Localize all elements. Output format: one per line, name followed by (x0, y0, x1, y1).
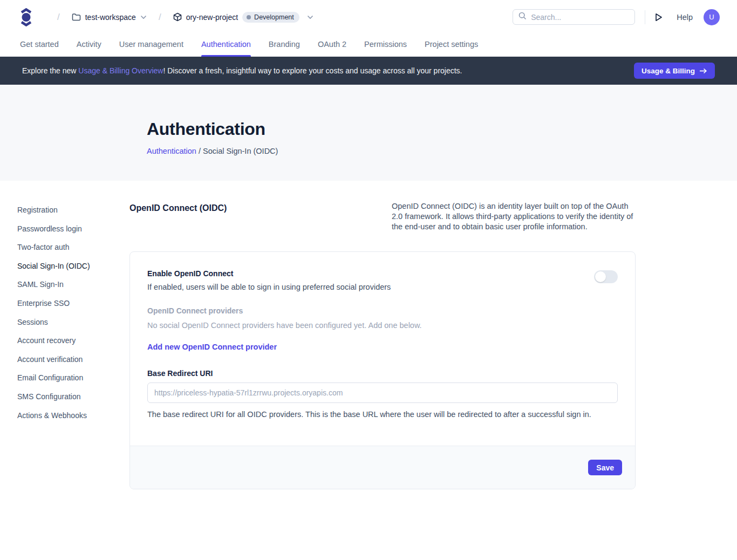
arrow-right-icon (699, 68, 707, 74)
sidebar-item-two-factor-auth[interactable]: Two-factor auth (17, 238, 129, 256)
base-redirect-uri-help: The base redirect URI for all OIDC provi… (147, 410, 618, 419)
settings-sidenav: Registration Passwordless login Two-fact… (0, 201, 129, 489)
providers-label: OpenID Connect providers (147, 306, 618, 315)
main-panel: OpenID Connect (OIDC) OpenID Connect (OI… (129, 201, 636, 489)
section-title: OpenID Connect (OIDC) (129, 201, 227, 213)
base-redirect-uri-section: Base Redirect URI The base redirect URI … (147, 369, 618, 419)
enable-oidc-description: If enabled, users will be able to sign i… (147, 283, 391, 291)
project-selector[interactable]: ory-new-project Development (173, 12, 313, 23)
sidebar-item-registration[interactable]: Registration (17, 201, 129, 218)
chevron-down-icon (307, 15, 313, 19)
base-redirect-uri-input[interactable] (147, 383, 618, 403)
breadcrumb-separator: / (199, 147, 203, 155)
breadcrumb-current: Social Sign-In (OIDC) (203, 147, 278, 155)
project-nav-tabs: Get started Activity User management Aut… (0, 34, 737, 57)
content-area: Registration Passwordless login Two-fact… (0, 181, 737, 489)
environment-dot-icon (247, 15, 251, 19)
tab-project-settings[interactable]: Project settings (425, 34, 478, 57)
toggle-knob (595, 271, 606, 282)
sidebar-item-saml-sign-in[interactable]: SAML Sign-In (17, 276, 129, 293)
breadcrumb-separator: / (159, 12, 161, 23)
folder-icon (72, 13, 81, 21)
chevron-down-icon (140, 15, 147, 19)
card-body: Enable OpenID Connect If enabled, users … (130, 252, 635, 446)
banner-text: Explore the new Usage & Billing Overview… (22, 66, 462, 75)
card-footer: Save (130, 446, 635, 489)
breadcrumb: Authentication / Social Sign-In (OIDC) (147, 147, 737, 155)
breadcrumb-authentication-link[interactable]: Authentication (147, 147, 196, 155)
workspace-name: test-workspace (85, 13, 136, 22)
enable-oidc-toggle[interactable] (594, 270, 618, 283)
breadcrumb-separator: / (57, 12, 60, 23)
project-name: ory-new-project (186, 13, 238, 22)
tab-authentication[interactable]: Authentication (201, 34, 251, 57)
usage-billing-overview-link[interactable]: Usage & Billing Overview (78, 66, 163, 75)
enable-oidc-row: Enable OpenID Connect If enabled, users … (147, 269, 618, 291)
providers-empty-state: No social OpenID Connect providers have … (147, 321, 618, 330)
page-hero: Authentication Authentication / Social S… (0, 85, 737, 181)
tab-oauth2[interactable]: OAuth 2 (318, 34, 346, 57)
sidebar-item-sms-configuration[interactable]: SMS Configuration (17, 388, 129, 405)
help-link[interactable]: Help (677, 13, 693, 22)
enable-oidc-label: Enable OpenID Connect (147, 269, 391, 278)
search-input[interactable] (531, 13, 629, 22)
search-icon (518, 12, 527, 22)
ory-logo[interactable] (19, 8, 33, 26)
enable-oidc-text: Enable OpenID Connect If enabled, users … (147, 269, 391, 291)
usage-billing-button[interactable]: Usage & Billing (634, 63, 715, 79)
tab-user-management[interactable]: User management (119, 34, 183, 57)
cube-icon (173, 12, 182, 22)
sidebar-item-email-configuration[interactable]: Email Configuration (17, 369, 129, 386)
sidebar-item-account-recovery[interactable]: Account recovery (17, 332, 129, 349)
environment-label: Development (254, 13, 294, 21)
search-box[interactable] (513, 9, 635, 25)
tab-activity[interactable]: Activity (77, 34, 101, 57)
sidebar-item-passwordless-login[interactable]: Passwordless login (17, 220, 129, 237)
sidebar-item-social-sign-in[interactable]: Social Sign-In (OIDC) (17, 257, 129, 275)
ory-logo-icon (19, 8, 33, 26)
save-button[interactable]: Save (588, 460, 622, 475)
tab-get-started[interactable]: Get started (20, 34, 59, 57)
sidebar-item-account-verification[interactable]: Account verification (17, 351, 129, 368)
announcement-banner: Explore the new Usage & Billing Overview… (0, 57, 737, 85)
environment-badge: Development (242, 12, 299, 23)
avatar[interactable]: U (704, 9, 720, 25)
workspace-selector[interactable]: test-workspace (72, 13, 147, 22)
sidebar-item-enterprise-sso[interactable]: Enterprise SSO (17, 295, 129, 312)
top-header: / test-workspace / ory-new-project Devel… (0, 0, 737, 34)
add-provider-link[interactable]: Add new OpenID Connect provider (147, 343, 277, 351)
section-header: OpenID Connect (OIDC) OpenID Connect (OI… (129, 201, 636, 232)
sidebar-item-actions-webhooks[interactable]: Actions & Webhooks (17, 407, 129, 424)
page-title: Authentication (147, 119, 737, 139)
avatar-initial: U (709, 13, 714, 21)
sidebar-item-sessions[interactable]: Sessions (17, 313, 129, 331)
tab-branding[interactable]: Branding (269, 34, 300, 57)
header-divider (645, 10, 645, 24)
tab-permissions[interactable]: Permissions (364, 34, 407, 57)
base-redirect-uri-label: Base Redirect URI (147, 369, 618, 378)
oidc-settings-card: Enable OpenID Connect If enabled, users … (129, 251, 636, 489)
section-description: OpenID Connect (OIDC) is an identity lay… (392, 201, 636, 232)
play-icon[interactable] (655, 13, 663, 22)
providers-section: OpenID Connect providers No social OpenI… (147, 306, 618, 352)
